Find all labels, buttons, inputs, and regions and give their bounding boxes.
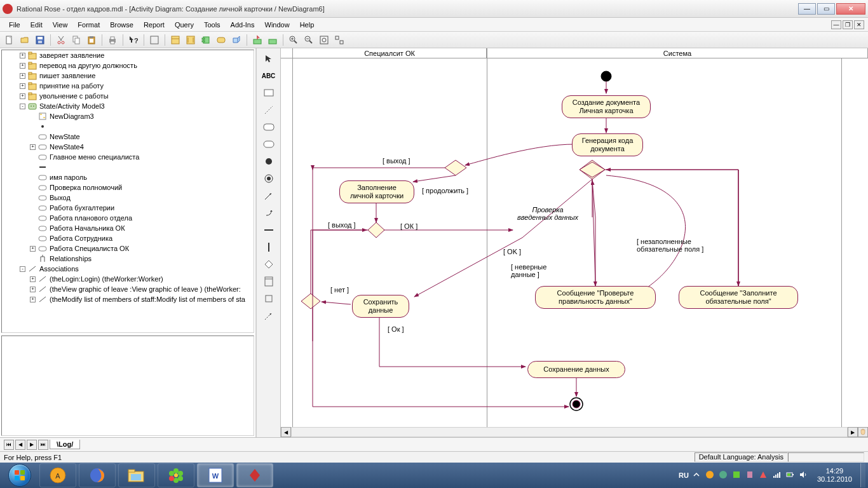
expand-icon[interactable]: + xyxy=(30,287,36,292)
tree-item[interactable] xyxy=(2,162,254,172)
tray-clock[interactable]: 14:29 30.12.2010 xyxy=(812,467,857,484)
expand-icon[interactable]: + xyxy=(20,83,25,89)
taskbar-explorer[interactable] xyxy=(118,463,155,487)
tree-item[interactable]: имя пароль xyxy=(2,172,254,182)
lane-title-1[interactable]: Специалсит ОК xyxy=(292,48,487,58)
diagram-canvas[interactable]: Создание документа Личная карточка Генер… xyxy=(281,58,853,427)
node-save-data[interactable]: Сохранить данные xyxy=(352,295,409,318)
tree-item[interactable]: +заверяет заявление xyxy=(2,50,254,60)
palette-swimlane[interactable] xyxy=(260,274,278,289)
tree-item[interactable]: +(theView graphic of leave :View graphic… xyxy=(2,284,254,294)
menu-file[interactable]: File xyxy=(4,20,25,30)
taskbar-app-1[interactable]: A xyxy=(39,463,76,487)
menu-addins[interactable]: Add-Ins xyxy=(226,20,260,30)
expand-icon[interactable]: + xyxy=(20,53,25,58)
tree-item[interactable]: Главное меню специалиста xyxy=(2,152,254,162)
menu-query[interactable]: Query xyxy=(170,20,199,30)
tb-context-help[interactable]: ? xyxy=(126,33,140,47)
tree-item[interactable]: +принятие на работу xyxy=(2,81,254,91)
menu-browse[interactable]: Browse xyxy=(105,20,139,30)
tree-item[interactable]: -State/Activity Model3 xyxy=(2,101,254,111)
node-gen-code[interactable]: Генерация кода документа xyxy=(572,133,643,156)
node-saving[interactable]: Сохранение данных xyxy=(527,361,625,378)
tb-save[interactable] xyxy=(33,33,47,47)
expand-icon[interactable]: + xyxy=(20,73,25,79)
palette-transition[interactable] xyxy=(260,188,278,203)
collapse-icon[interactable]: - xyxy=(20,104,25,109)
palette-decision[interactable] xyxy=(260,257,278,272)
log-nav-prev[interactable]: ◀ xyxy=(15,440,25,450)
palette-object[interactable] xyxy=(260,291,278,306)
tray-icon-1[interactable] xyxy=(705,470,715,480)
tree-item[interactable]: +увольнение с работы xyxy=(2,91,254,101)
maximize-button[interactable]: ▭ xyxy=(817,3,835,15)
tb-browse-interaction[interactable] xyxy=(184,33,198,47)
expand-icon[interactable]: + xyxy=(30,276,36,282)
tree-item[interactable]: Проверка полномочий xyxy=(2,182,254,193)
palette-self-transition[interactable] xyxy=(260,205,278,220)
collapse-icon[interactable]: - xyxy=(20,266,25,272)
tree-item[interactable]: +NewState4 xyxy=(2,142,254,152)
palette-text[interactable]: ABC xyxy=(260,68,278,83)
taskbar-firefox[interactable] xyxy=(79,463,116,487)
palette-start[interactable] xyxy=(260,154,278,169)
tb-browse-component[interactable] xyxy=(199,33,213,47)
hscroll-track[interactable] xyxy=(291,427,848,437)
tree-item[interactable]: +(theLogin:Login) (theWorker:Worker) xyxy=(2,274,254,284)
palette-select[interactable] xyxy=(260,51,278,66)
tb-zoom-in[interactable] xyxy=(287,33,301,47)
canvas-scroll[interactable]: Специалсит ОК Система xyxy=(281,48,868,427)
tb-print[interactable] xyxy=(105,33,119,47)
tb-view-doc[interactable] xyxy=(147,33,161,47)
menu-edit[interactable]: Edit xyxy=(25,20,48,30)
expand-icon[interactable]: + xyxy=(20,93,25,99)
tray-icon-5[interactable] xyxy=(759,470,769,480)
tree-item[interactable]: +пишет заявление xyxy=(2,71,254,81)
tree-item[interactable]: +перевод на другую должность xyxy=(2,60,254,71)
palette-sync-h[interactable] xyxy=(260,222,278,238)
palette-end[interactable] xyxy=(260,171,278,186)
log-nav-last[interactable]: ⏭ xyxy=(38,440,48,450)
palette-object-flow[interactable] xyxy=(260,308,278,323)
palette-activity[interactable] xyxy=(260,137,278,152)
tree-item[interactable]: Работа планового отдела xyxy=(2,213,254,223)
node-msg-fill[interactable]: Сообщение "Заполните обязательные поля" xyxy=(679,286,798,309)
expand-icon[interactable]: + xyxy=(30,246,36,252)
documentation-pane[interactable] xyxy=(1,336,254,436)
lang-indicator[interactable]: RU xyxy=(679,471,689,479)
log-nav-next[interactable]: ▶ xyxy=(27,440,37,450)
expand-icon[interactable]: + xyxy=(30,144,36,150)
tree-item[interactable]: Работа Начальника ОК xyxy=(2,223,254,233)
hscroll-right[interactable]: ▶ xyxy=(848,427,858,437)
tree-item[interactable]: NewState xyxy=(2,132,254,142)
tray-network-icon[interactable] xyxy=(772,470,782,480)
taskbar-word[interactable]: W xyxy=(197,463,234,487)
taskbar-icq[interactable] xyxy=(158,463,194,487)
tree-item[interactable]: Работа бухгалтерии xyxy=(2,203,254,213)
expand-icon[interactable]: + xyxy=(20,63,25,69)
tb-browse-class[interactable] xyxy=(168,33,182,47)
tb-undo-fit[interactable] xyxy=(332,33,346,47)
pan-hand-icon[interactable] xyxy=(858,427,868,437)
tb-paste[interactable] xyxy=(85,33,98,47)
tree-item[interactable]: Работа Сотрудника xyxy=(2,233,254,243)
expand-icon[interactable]: + xyxy=(30,297,36,302)
tb-cut[interactable] xyxy=(54,33,68,47)
tb-browse-prev[interactable] xyxy=(266,33,280,47)
menu-view[interactable]: View xyxy=(48,20,73,30)
menu-window[interactable]: Window xyxy=(260,20,295,30)
tree-item[interactable]: Relationships xyxy=(2,254,254,264)
palette-note[interactable] xyxy=(260,85,278,100)
tray-icon-2[interactable] xyxy=(719,470,729,480)
tb-browse-statechart[interactable] xyxy=(214,33,228,47)
tree-scroll[interactable]: +заверяет заявление+перевод на другую до… xyxy=(2,50,254,332)
tree-item[interactable]: NewDiagram3 xyxy=(2,111,254,121)
lane-title-2[interactable]: Система xyxy=(487,48,868,58)
taskbar-rose[interactable] xyxy=(236,463,273,487)
mdi-close-button[interactable]: ✕ xyxy=(854,20,864,29)
tree-item[interactable]: +(theModify list of members of staff:Mod… xyxy=(2,294,254,304)
tb-open[interactable] xyxy=(18,33,32,47)
tb-fit-window[interactable] xyxy=(317,33,331,47)
menu-report[interactable]: Report xyxy=(139,20,170,30)
menu-tools[interactable]: Tools xyxy=(199,20,226,30)
